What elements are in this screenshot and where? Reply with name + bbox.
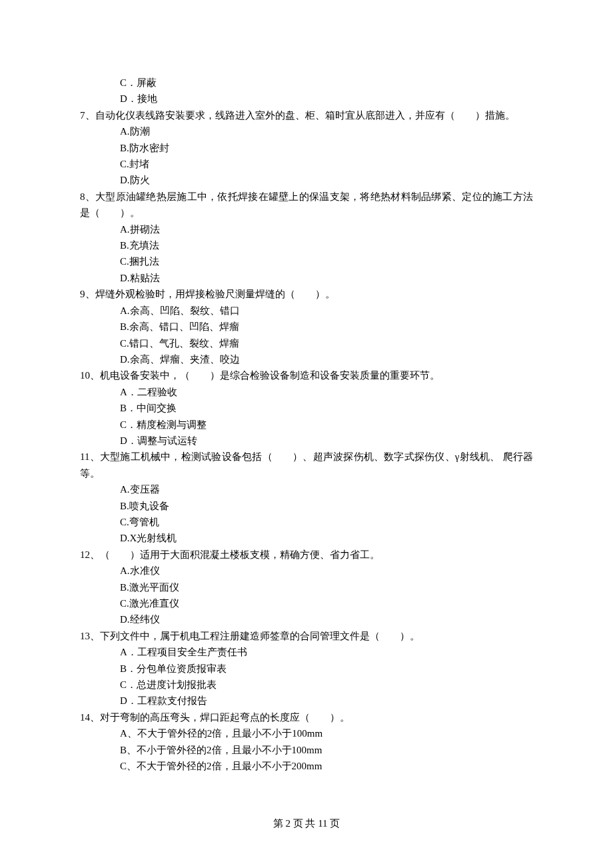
q9-stem: 9、焊缝外观检验时，用焊接检验尺测量焊缝的（ ）。 bbox=[80, 286, 533, 302]
q11-option-a: A.变压器 bbox=[80, 481, 533, 497]
q12-stem: 12、（ ）适用于大面积混凝土楼板支模，精确方便、省力省工。 bbox=[80, 547, 533, 563]
q10-option-a: A．二程验收 bbox=[80, 384, 533, 400]
q14-option-a: A、不大于管外径的2倍，且最小不小于100mm bbox=[80, 725, 533, 741]
q6-option-d: D．接地 bbox=[80, 91, 533, 107]
q12-option-a: A.水准仪 bbox=[80, 563, 533, 579]
page-footer: 第 2 页 共 11 页 bbox=[0, 815, 613, 831]
q6-option-c: C．屏蔽 bbox=[80, 75, 533, 91]
q14-option-b: B、不小于管外径的2倍，且最小不小于100mm bbox=[80, 742, 533, 758]
q12-option-d: D.经纬仪 bbox=[80, 611, 533, 627]
q9-option-c: C.错口、气孔、裂纹、焊瘤 bbox=[80, 335, 533, 351]
q9-option-b: B.余高、错口、凹陷、焊瘤 bbox=[80, 319, 533, 335]
q8-stem: 8、大型原油罐绝热层施工中，依托焊接在罐壁上的保温支架，将绝热材料制品绑紧、定位… bbox=[80, 189, 533, 221]
q9-option-a: A.余高、凹陷、裂纹、错口 bbox=[80, 303, 533, 319]
q7-option-a: A.防潮 bbox=[80, 123, 533, 139]
q10-option-c: C．精度检测与调整 bbox=[80, 417, 533, 433]
q11-stem: 11、大型施工机械中，检测试验设备包括（ ）、超声波探伤机、数字式探伤仪、γ射线… bbox=[80, 449, 533, 481]
q9-option-d: D.余高、焊瘤、夹渣、咬边 bbox=[80, 351, 533, 367]
q12-option-b: B.激光平面仪 bbox=[80, 579, 533, 595]
q11-option-c: C.弯管机 bbox=[80, 514, 533, 530]
q10-option-d: D．调整与试运转 bbox=[80, 433, 533, 449]
q7-option-c: C.封堵 bbox=[80, 156, 533, 172]
q13-stem: 13、下列文件中，属于机电工程注册建造师签章的合同管理文件是（ ）。 bbox=[80, 628, 533, 644]
q13-option-b: B．分包单位资质报审表 bbox=[80, 661, 533, 677]
q12-option-c: C.激光准直仪 bbox=[80, 595, 533, 611]
q14-stem: 14、对于弯制的高压弯头，焊口距起弯点的长度应（ ）。 bbox=[80, 709, 533, 725]
q8-option-d: D.粘贴法 bbox=[80, 270, 533, 286]
q14-option-c: C、不大于管外径的2倍，且最小不小于200mm bbox=[80, 758, 533, 774]
q8-option-c: C.捆扎法 bbox=[80, 253, 533, 269]
q11-option-d: D.X光射线机 bbox=[80, 530, 533, 546]
q11-option-b: B.喷丸设备 bbox=[80, 498, 533, 514]
page-container: C．屏蔽 D．接地 7、自动化仪表线路安装要求，线路进入室外的盘、柜、箱时宜从底… bbox=[0, 0, 613, 868]
q8-option-b: B.充填法 bbox=[80, 237, 533, 253]
q10-stem: 10、机电设备安装中，（ ）是综合检验设备制造和设备安装质量的重要环节。 bbox=[80, 367, 533, 383]
q13-option-a: A．工程项目安全生产责任书 bbox=[80, 644, 533, 660]
q7-option-b: B.防水密封 bbox=[80, 140, 533, 156]
q13-option-d: D．工程款支付报告 bbox=[80, 693, 533, 709]
q10-option-b: B．中间交换 bbox=[80, 400, 533, 416]
q7-option-d: D.防火 bbox=[80, 172, 533, 188]
q8-option-a: A.拼砌法 bbox=[80, 221, 533, 237]
q13-option-c: C．总进度计划报批表 bbox=[80, 677, 533, 693]
q7-stem: 7、自动化仪表线路安装要求，线路进入室外的盘、柜、箱时宜从底部进入，并应有（ ）… bbox=[80, 107, 533, 123]
